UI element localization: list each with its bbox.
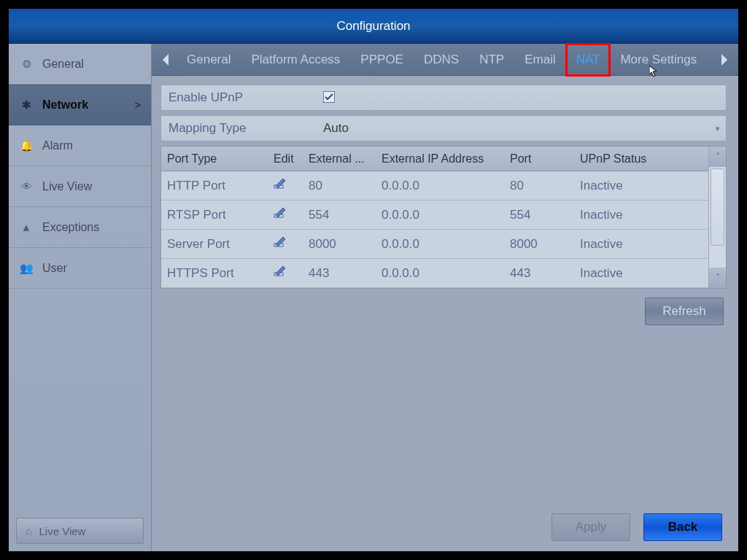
sidebar: ⚙General✱Network>🔔Alarm👁Live View▲Except… xyxy=(9,44,152,551)
apply-button: Apply xyxy=(551,513,630,541)
cell-upnp-status: Inactive xyxy=(574,266,708,281)
back-button[interactable]: Back xyxy=(643,513,722,541)
table-scrollbar[interactable]: ˄ ˅ xyxy=(708,147,726,288)
gear-icon: ⚙ xyxy=(19,57,34,71)
col-external-port[interactable]: External ... xyxy=(303,152,376,166)
network-icon: ✱ xyxy=(19,98,34,112)
cell-port-type: HTTPS Port xyxy=(161,266,268,281)
edit-button[interactable] xyxy=(268,236,303,252)
mapping-type-value: Auto xyxy=(323,121,349,135)
edit-icon xyxy=(274,236,287,249)
sidebar-bottom-live-view[interactable]: ⌂ Live View xyxy=(16,518,144,544)
table-row: HTTPS Port4430.0.0.0443Inactive xyxy=(161,259,708,288)
tabs-scroll-right[interactable] xyxy=(713,44,734,76)
tab-platform-access[interactable]: Platform Access xyxy=(241,44,350,76)
sidebar-bottom-label: Live View xyxy=(39,525,85,537)
sidebar-item-exceptions[interactable]: ▲Exceptions xyxy=(9,207,151,248)
col-port-type[interactable]: Port Type xyxy=(161,152,268,166)
refresh-button[interactable]: Refresh xyxy=(645,298,724,325)
tabs-scroll-left[interactable] xyxy=(156,44,177,76)
cell-port: 8000 xyxy=(504,237,574,252)
cell-external-port: 443 xyxy=(303,266,376,281)
row-enable-upnp: Enable UPnP xyxy=(160,85,727,111)
tab-bar: GeneralPlatform AccessPPPOEDDNSNTPEmailN… xyxy=(152,44,738,76)
cell-external-port: 8000 xyxy=(303,237,376,252)
tab-general[interactable]: General xyxy=(177,44,241,76)
table-header: Port Type Edit External ... External IP … xyxy=(161,147,708,171)
scroll-thumb[interactable] xyxy=(711,168,724,246)
settings-panel: Enable UPnP Mapping Type Auto ▾ xyxy=(152,76,738,325)
cell-external-port: 80 xyxy=(303,179,376,193)
col-edit[interactable]: Edit xyxy=(268,152,303,166)
tab-ntp[interactable]: NTP xyxy=(469,44,514,76)
sidebar-item-network[interactable]: ✱Network> xyxy=(9,85,151,125)
scroll-track[interactable] xyxy=(709,167,726,268)
cell-external-ip: 0.0.0.0 xyxy=(376,208,504,222)
edit-icon xyxy=(274,206,287,219)
table-row: RTSP Port5540.0.0.0554Inactive xyxy=(161,201,708,230)
row-mapping-type[interactable]: Mapping Type Auto ▾ xyxy=(160,115,727,141)
cell-port-type: HTTP Port xyxy=(161,179,268,193)
sidebar-item-alarm[interactable]: 🔔Alarm xyxy=(9,125,151,166)
scroll-up-button[interactable]: ˄ xyxy=(709,147,726,167)
edit-icon xyxy=(274,265,287,278)
table-row: Server Port80000.0.0.08000Inactive xyxy=(161,230,708,259)
sidebar-item-label: Live View xyxy=(42,180,92,193)
title-bar: Configuration xyxy=(9,9,738,44)
footer-buttons: Apply Back xyxy=(551,513,722,541)
cell-upnp-status: Inactive xyxy=(574,237,708,252)
chevron-down-icon: ▾ xyxy=(716,124,720,133)
eye-icon: 👁 xyxy=(19,179,34,194)
tab-pppoe[interactable]: PPPOE xyxy=(350,44,414,76)
user-icon: 👥 xyxy=(19,261,34,276)
edit-button[interactable] xyxy=(268,265,303,281)
cell-external-ip: 0.0.0.0 xyxy=(376,266,504,281)
home-icon: ⌂ xyxy=(26,525,31,537)
cell-port-type: Server Port xyxy=(161,237,268,252)
tab-email[interactable]: Email xyxy=(514,44,566,76)
main-area: ⚙General✱Network>🔔Alarm👁Live View▲Except… xyxy=(9,44,738,551)
cell-port-type: RTSP Port xyxy=(161,208,268,222)
tab-ddns[interactable]: DDNS xyxy=(414,44,469,76)
content-area: GeneralPlatform AccessPPPOEDDNSNTPEmailN… xyxy=(152,44,738,551)
col-port[interactable]: Port xyxy=(504,152,574,166)
port-table: Port Type Edit External ... External IP … xyxy=(160,146,727,289)
cell-upnp-status: Inactive xyxy=(574,208,708,222)
sidebar-item-user[interactable]: 👥User xyxy=(9,248,151,289)
cell-port: 554 xyxy=(504,208,574,222)
svg-marker-0 xyxy=(163,54,169,66)
sidebar-item-label: General xyxy=(42,58,84,71)
mapping-type-label: Mapping Type xyxy=(161,121,316,136)
enable-upnp-label: Enable UPnP xyxy=(161,90,316,105)
table-row: HTTP Port800.0.0.080Inactive xyxy=(161,171,708,201)
scroll-down-button[interactable]: ˅ xyxy=(709,268,726,288)
cell-external-port: 554 xyxy=(303,208,376,222)
sidebar-item-label: Alarm xyxy=(42,139,73,152)
col-external-ip[interactable]: External IP Address xyxy=(376,152,504,166)
svg-marker-1 xyxy=(721,54,727,66)
sidebar-item-general[interactable]: ⚙General xyxy=(9,44,151,85)
cell-upnp-status: Inactive xyxy=(574,179,708,193)
sidebar-item-label: Network xyxy=(42,98,88,112)
bell-icon: 🔔 xyxy=(19,139,34,153)
chevron-right-icon: > xyxy=(135,99,141,111)
sidebar-item-live-view[interactable]: 👁Live View xyxy=(9,166,151,207)
col-upnp-status[interactable]: UPnP Status xyxy=(574,152,708,166)
edit-icon xyxy=(274,177,287,190)
edit-button[interactable] xyxy=(268,206,303,223)
tab-nat[interactable]: NAT xyxy=(566,44,611,76)
cell-port: 443 xyxy=(504,266,574,281)
sidebar-item-label: Exceptions xyxy=(42,221,99,234)
edit-button[interactable] xyxy=(268,177,303,194)
cell-port: 80 xyxy=(504,179,574,193)
sidebar-item-label: User xyxy=(42,262,67,275)
cell-external-ip: 0.0.0.0 xyxy=(376,179,504,193)
warn-icon: ▲ xyxy=(19,220,34,235)
cell-external-ip: 0.0.0.0 xyxy=(376,237,504,252)
tab-more-settings[interactable]: More Settings xyxy=(610,44,707,76)
app-frame: Configuration ⚙General✱Network>🔔Alarm👁Li… xyxy=(9,9,738,551)
page-title: Configuration xyxy=(336,19,410,34)
enable-upnp-checkbox[interactable] xyxy=(323,91,335,103)
